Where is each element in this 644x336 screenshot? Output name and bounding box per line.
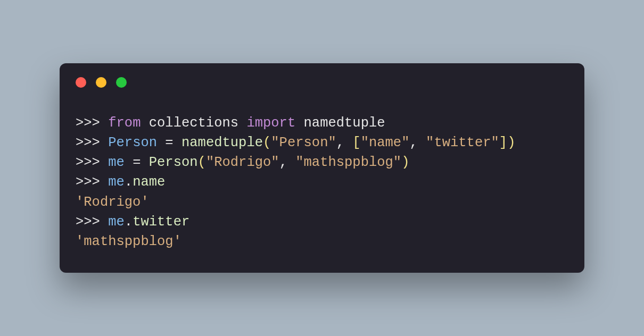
string-literal: "Person" (271, 135, 336, 150)
maximize-icon[interactable] (116, 77, 127, 88)
import-target: namedtuple (304, 115, 385, 131)
attribute: twitter (133, 214, 189, 230)
string-literal: "mathsppblog" (295, 155, 401, 170)
identifier: me (108, 174, 125, 190)
terminal-window: >>> from collections import namedtuple >… (60, 63, 584, 273)
paren-close: ) (507, 135, 515, 150)
dot-op: . (125, 214, 133, 230)
bracket-close: ] (499, 135, 507, 150)
repl-output: 'mathsppblog' (76, 234, 181, 249)
class-call: Person (149, 155, 198, 170)
repl-prompt: >>> (76, 155, 108, 170)
attribute: name (133, 174, 165, 190)
identifier: me (108, 214, 125, 230)
paren-close: ) (401, 155, 409, 170)
repl-prompt: >>> (76, 174, 108, 190)
identifier: Person (108, 135, 157, 150)
repl-prompt: >>> (76, 135, 108, 150)
keyword-import: import (246, 115, 295, 131)
repl-prompt: >>> (76, 214, 108, 230)
assign-op: = (125, 155, 149, 170)
dot-op: . (125, 174, 133, 190)
string-literal: "twitter" (426, 135, 499, 150)
repl-prompt: >>> (76, 115, 108, 131)
keyword-from: from (108, 115, 141, 131)
assign-op: = (157, 135, 181, 150)
close-icon[interactable] (76, 77, 86, 88)
function-call: namedtuple (181, 135, 263, 150)
bracket-open: [ (352, 135, 360, 150)
module-name: collections (149, 115, 238, 131)
paren-open: ( (263, 135, 271, 150)
window-controls (76, 77, 568, 88)
repl-output: 'Rodrigo' (76, 195, 149, 210)
string-literal: "name" (361, 135, 410, 150)
identifier: me (108, 155, 125, 170)
minimize-icon[interactable] (96, 77, 106, 88)
string-literal: "Rodrigo" (206, 155, 279, 170)
paren-open: ( (198, 155, 206, 170)
code-block: >>> from collections import namedtuple >… (76, 113, 568, 252)
